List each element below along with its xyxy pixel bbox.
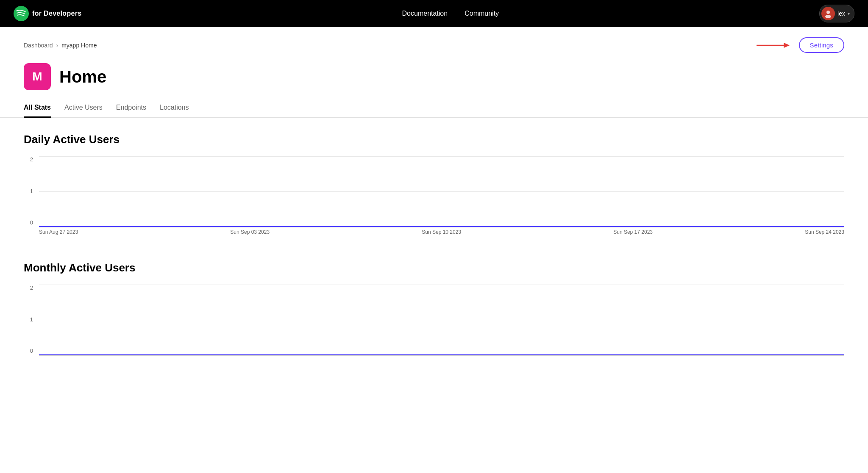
breadcrumb-separator: › bbox=[56, 42, 58, 49]
spotify-logo[interactable]: for Developers bbox=[14, 6, 82, 21]
svg-marker-4 bbox=[784, 42, 790, 47]
svg-point-2 bbox=[825, 15, 831, 18]
app-icon: M bbox=[24, 63, 51, 90]
user-menu-button[interactable]: lex ▾ bbox=[819, 5, 854, 22]
breadcrumb: Dashboard › myapp Home bbox=[24, 42, 97, 49]
daily-x-label-0: Sun Aug 27 2023 bbox=[39, 229, 78, 241]
content-area: Daily Active Users 2 1 0 Sun Aug 27 2023… bbox=[0, 118, 868, 405]
tab-locations[interactable]: Locations bbox=[160, 104, 189, 118]
page-title: Home bbox=[59, 67, 106, 86]
navbar-right: lex ▾ bbox=[819, 5, 854, 22]
daily-y-axis: 2 1 0 bbox=[24, 156, 36, 227]
arrow-svg bbox=[757, 39, 790, 52]
documentation-link[interactable]: Documentation bbox=[402, 10, 448, 17]
navbar-left: for Developers bbox=[14, 6, 82, 21]
daily-chart-line bbox=[39, 156, 844, 227]
page-header: M Home bbox=[0, 53, 868, 90]
arrow-indicator bbox=[757, 39, 790, 52]
daily-chart-body bbox=[39, 156, 844, 227]
settings-button[interactable]: Settings bbox=[799, 37, 844, 53]
tab-active-users[interactable]: Active Users bbox=[64, 104, 103, 118]
monthly-y-axis: 2 1 0 bbox=[24, 285, 36, 356]
monthly-y-label-1: 1 bbox=[24, 316, 36, 323]
svg-point-1 bbox=[826, 11, 830, 14]
daily-y-label-0: 0 bbox=[24, 219, 36, 226]
community-link[interactable]: Community bbox=[465, 10, 499, 17]
tab-endpoints[interactable]: Endpoints bbox=[116, 104, 146, 118]
user-avatar bbox=[821, 7, 835, 20]
daily-x-axis: Sun Aug 27 2023 Sun Sep 03 2023 Sun Sep … bbox=[39, 229, 844, 241]
daily-x-label-4: Sun Sep 24 2023 bbox=[805, 229, 844, 241]
monthly-y-label-2: 2 bbox=[24, 285, 36, 291]
avatar-icon bbox=[824, 9, 832, 18]
daily-chart-container: 2 1 0 Sun Aug 27 2023 Sun Sep 03 2023 Su… bbox=[24, 156, 844, 241]
monthly-y-label-0: 0 bbox=[24, 348, 36, 354]
settings-area: Settings bbox=[757, 37, 844, 53]
daily-x-label-3: Sun Sep 17 2023 bbox=[613, 229, 653, 241]
spotify-icon bbox=[14, 6, 29, 21]
breadcrumb-current: myapp Home bbox=[61, 42, 97, 49]
daily-y-label-1: 1 bbox=[24, 188, 36, 194]
monthly-chart-body bbox=[39, 285, 844, 356]
monthly-active-users-section: Monthly Active Users 2 1 0 bbox=[24, 261, 844, 369]
tab-all-stats[interactable]: All Stats bbox=[24, 104, 51, 118]
tabs-bar: All Stats Active Users Endpoints Locatio… bbox=[0, 90, 868, 118]
monthly-chart-title: Monthly Active Users bbox=[24, 261, 844, 274]
daily-active-users-section: Daily Active Users 2 1 0 Sun Aug 27 2023… bbox=[24, 133, 844, 241]
breadcrumb-dashboard[interactable]: Dashboard bbox=[24, 42, 53, 49]
chevron-down-icon: ▾ bbox=[848, 11, 850, 16]
svg-point-0 bbox=[14, 6, 29, 21]
navbar-links: Documentation Community bbox=[402, 10, 499, 17]
daily-y-label-2: 2 bbox=[24, 156, 36, 163]
daily-x-label-1: Sun Sep 03 2023 bbox=[230, 229, 270, 241]
navbar: for Developers Documentation Community l… bbox=[0, 0, 868, 27]
breadcrumb-bar: Dashboard › myapp Home Settings bbox=[0, 27, 868, 53]
monthly-chart-container: 2 1 0 bbox=[24, 285, 844, 369]
spotify-wordmark: for Developers bbox=[32, 10, 82, 17]
daily-x-label-2: Sun Sep 10 2023 bbox=[422, 229, 461, 241]
username-label: lex bbox=[837, 10, 845, 17]
monthly-chart-line bbox=[39, 285, 844, 356]
daily-chart-title: Daily Active Users bbox=[24, 133, 844, 146]
